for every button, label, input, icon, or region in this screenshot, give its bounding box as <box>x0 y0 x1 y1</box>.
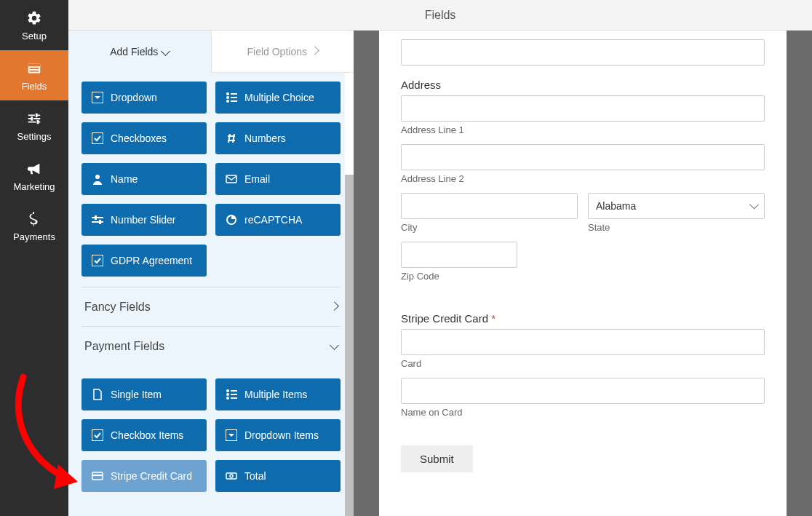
sidebar-item-fields[interactable]: Fields <box>0 50 68 100</box>
svg-rect-11 <box>92 132 103 144</box>
file-icon <box>92 389 103 400</box>
svg-rect-24 <box>231 397 237 399</box>
stripe-label: Stripe Credit Card * <box>401 312 765 325</box>
state-sublabel: State <box>588 222 765 233</box>
svg-rect-14 <box>92 217 103 218</box>
panel-tabs: Add Fields Field Options <box>68 31 354 73</box>
svg-rect-20 <box>231 390 237 392</box>
svg-rect-6 <box>231 93 237 95</box>
field-label: Email <box>244 173 270 185</box>
fields-icon <box>26 60 42 76</box>
field-label: Dropdown Items <box>244 429 319 441</box>
svg-rect-16 <box>92 221 103 223</box>
city-input[interactable] <box>401 193 578 219</box>
card-sublabel: Card <box>401 358 765 369</box>
sliders-h-icon <box>92 214 103 226</box>
sidebar-label: Setup <box>22 31 47 41</box>
check-square-icon <box>92 132 103 144</box>
svg-point-23 <box>226 397 229 400</box>
tab-add-fields[interactable]: Add Fields <box>68 31 211 73</box>
caret-square-icon <box>226 429 237 441</box>
svg-point-9 <box>226 100 229 103</box>
section-label: Payment Fields <box>84 340 164 353</box>
field-checkboxes[interactable]: Checkboxes <box>81 122 207 154</box>
sidebar: Setup Fields Settings Marketing Payments <box>0 0 68 516</box>
field-multiple-items[interactable]: Multiple Items <box>215 378 341 410</box>
gear-icon <box>26 10 42 26</box>
field-dropdown[interactable]: Dropdown <box>81 82 207 114</box>
svg-point-5 <box>226 92 229 95</box>
sidebar-item-payments[interactable]: Payments <box>0 201 68 251</box>
field-number-slider[interactable]: Number Slider <box>81 204 207 236</box>
sidebar-item-marketing[interactable]: Marketing <box>0 151 68 201</box>
sidebar-label: Fields <box>22 81 47 92</box>
address-label: Address <box>401 79 765 91</box>
field-dropdown-items[interactable]: Dropdown Items <box>215 419 341 451</box>
workspace: Add Fields Field Options Dropdown Multip… <box>68 31 812 516</box>
field-checkbox-items[interactable]: Checkbox Items <box>81 419 207 451</box>
svg-point-12 <box>95 175 100 179</box>
section-label: Fancy Fields <box>84 301 151 314</box>
field-label: Multiple Choice <box>244 92 314 103</box>
svg-rect-25 <box>92 429 103 441</box>
name-on-card-sublabel: Name on Card <box>401 407 765 418</box>
field-single-item[interactable]: Single Item <box>81 378 207 410</box>
name-on-card-input[interactable] <box>401 378 765 404</box>
field-email[interactable]: Email <box>215 163 341 195</box>
field-label: Number Slider <box>111 214 175 226</box>
chevron-right-icon <box>330 301 339 311</box>
address-line1-input[interactable] <box>401 95 765 122</box>
check-square-icon <box>92 255 103 266</box>
svg-rect-22 <box>231 394 237 395</box>
address-line1-sublabel: Address Line 1 <box>401 124 765 135</box>
field-recaptcha[interactable]: reCAPTCHA <box>215 204 341 236</box>
address-field: Address Address Line 1 Address Line 2 Ci… <box>401 79 765 282</box>
field-total[interactable]: Total <box>215 460 341 492</box>
field-name[interactable]: Name <box>81 163 207 195</box>
submit-button[interactable]: Submit <box>401 445 473 472</box>
svg-rect-28 <box>92 475 103 476</box>
svg-rect-3 <box>30 71 39 72</box>
field-numbers[interactable]: Numbers <box>215 122 341 154</box>
text-input[interactable] <box>401 39 765 66</box>
dollar-icon <box>26 211 42 227</box>
address-line2-input[interactable] <box>401 144 765 170</box>
svg-rect-2 <box>30 68 39 69</box>
svg-rect-1 <box>28 64 41 67</box>
sidebar-item-setup[interactable]: Setup <box>0 0 68 50</box>
city-sublabel: City <box>401 222 578 233</box>
svg-point-19 <box>226 389 229 392</box>
field-label: Checkbox Items <box>111 429 183 441</box>
card-input[interactable] <box>401 329 765 355</box>
svg-point-30 <box>230 475 233 477</box>
field-multiple-choice[interactable]: Multiple Choice <box>215 82 341 114</box>
field-gdpr[interactable]: GDPR Agreement <box>81 245 207 277</box>
state-select[interactable]: Alabama <box>588 193 765 219</box>
field-label: GDPR Agreement <box>111 255 192 266</box>
zip-sublabel: Zip Code <box>401 271 517 282</box>
stripe-field: Stripe Credit Card * Card Name on Card <box>401 312 765 418</box>
svg-rect-15 <box>95 215 97 220</box>
sidebar-label: Payments <box>13 231 55 242</box>
scrollbar-thumb[interactable] <box>345 175 354 516</box>
user-icon <box>92 173 103 185</box>
field-stripe-credit-card[interactable]: Stripe Credit Card <box>81 460 207 492</box>
tab-field-options[interactable]: Field Options <box>211 31 354 73</box>
section-payment-fields[interactable]: Payment Fields <box>81 326 341 365</box>
top-bar: Fields <box>68 0 812 31</box>
field-label: Total <box>244 470 266 482</box>
section-fancy-fields[interactable]: Fancy Fields <box>81 287 341 326</box>
field-label: Multiple Items <box>244 389 307 400</box>
zip-input[interactable] <box>401 242 517 268</box>
sidebar-item-settings[interactable]: Settings <box>0 100 68 151</box>
svg-rect-29 <box>226 473 236 479</box>
page-title: Fields <box>425 9 456 22</box>
form-preview: Address Address Line 1 Address Line 2 Ci… <box>379 31 787 516</box>
hash-icon <box>226 132 237 144</box>
credit-card-icon <box>92 470 103 482</box>
field-label: Dropdown <box>111 92 157 103</box>
scrollbar-track[interactable] <box>345 73 354 516</box>
svg-rect-8 <box>231 97 237 98</box>
svg-point-7 <box>226 96 229 99</box>
svg-rect-13 <box>226 175 236 183</box>
